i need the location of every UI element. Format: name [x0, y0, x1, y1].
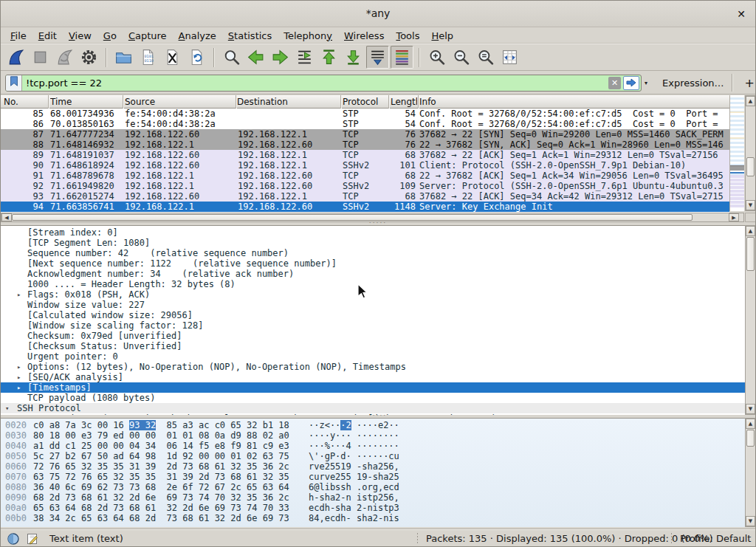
detail-line[interactable]: TCP payload (1080 bytes): [1, 393, 745, 403]
collapse-triangle-icon[interactable]: ▾: [5, 403, 9, 413]
column-header-destination[interactable]: Destination: [237, 97, 288, 107]
expand-triangle-icon[interactable]: ▸: [17, 372, 21, 382]
packet-minimap[interactable]: [729, 95, 744, 211]
detail-line[interactable]: [Checksum Status: Unverified]: [1, 341, 745, 351]
scroll-right-button[interactable]: ▶: [729, 213, 739, 221]
scroll-left-button[interactable]: ◀: [1, 213, 12, 221]
packet-row-91[interactable]: 9171.648789678192.168.122.1192.168.122.6…: [1, 171, 729, 181]
column-divider[interactable]: [123, 95, 123, 109]
hex-row-0090[interactable]: 009068 2d 73 68 61 32 2d 6e 69 73 74 70 …: [1, 492, 745, 503]
scroll-thumb[interactable]: [746, 237, 755, 271]
hex-row-0030[interactable]: 003080 18 00 e3 79 ed 00 00 01 01 08 0a …: [1, 430, 745, 441]
find-packet-button[interactable]: [220, 46, 243, 69]
hex-row-0040[interactable]: 0040a1 dd c1 25 00 00 04 34 06 14 f5 e8 …: [1, 441, 745, 451]
packet-row-93[interactable]: 9371.662015274192.168.122.60192.168.122.…: [1, 191, 729, 202]
go-back-button[interactable]: [244, 46, 267, 69]
menu-tools[interactable]: Tools: [390, 30, 425, 42]
menu-view[interactable]: View: [63, 30, 97, 42]
packet-row-88[interactable]: 8871.648146932192.168.122.1192.168.122.6…: [1, 140, 729, 150]
expand-triangle-icon[interactable]: ▸: [17, 289, 21, 300]
expert-info-icon[interactable]: [7, 532, 20, 547]
file-reload-button[interactable]: [185, 46, 208, 69]
scroll-up-button[interactable]: ▲: [746, 96, 755, 106]
close-button[interactable]: ✕: [734, 7, 749, 21]
column-header-no[interactable]: No.: [4, 97, 45, 107]
detail-line[interactable]: 1000 .... = Header Length: 32 bytes (8): [1, 279, 745, 289]
expand-triangle-icon[interactable]: ▸: [17, 382, 21, 393]
column-header-time[interactable]: Time: [50, 97, 72, 107]
packet-row-87[interactable]: 8771.647777234192.168.122.60192.168.122.…: [1, 129, 729, 140]
hex-row-0050[interactable]: 00505c 27 b2 67 50 ad 64 98 1d 92 00 00 …: [1, 451, 745, 461]
capture-stop-button[interactable]: [29, 46, 52, 69]
hex-row-0080[interactable]: 008036 40 6c 69 62 73 73 68 2e 6f 72 67 …: [1, 482, 745, 492]
detail-line[interactable]: ▸Options: (12 bytes), No-Operation (NOP)…: [1, 362, 745, 372]
hex-row-00b0[interactable]: 00b038 34 2c 65 63 64 68 2d 73 68 61 32 …: [1, 513, 745, 523]
detail-line[interactable]: Sequence number: 42 (relative sequence n…: [1, 248, 745, 258]
detail-line[interactable]: [Calculated window size: 29056]: [1, 310, 745, 320]
zoom-in-button[interactable]: [425, 46, 448, 69]
filter-history-dropdown[interactable]: ▾: [642, 80, 650, 86]
menu-help[interactable]: Help: [425, 30, 459, 42]
menu-capture[interactable]: Capture: [123, 30, 173, 42]
detail-line[interactable]: ▸Flags: 0x018 (PSH, ACK): [1, 289, 745, 300]
go-forward-button[interactable]: [269, 46, 292, 69]
zoom-out-button[interactable]: [450, 46, 472, 69]
menu-file[interactable]: File: [4, 30, 32, 42]
scroll-up-button[interactable]: ▲: [746, 419, 755, 429]
capture-restart-button[interactable]: [53, 46, 76, 69]
detail-line[interactable]: Urgent pointer: 0: [1, 351, 745, 362]
detail-line[interactable]: Acknowledgment number: 34 (relative ack …: [1, 269, 745, 279]
packet-list-vscrollbar[interactable]: ▲ ▼: [745, 95, 756, 211]
file-save-button[interactable]: 01010110: [137, 46, 159, 69]
column-divider[interactable]: [388, 95, 389, 109]
filter-bookmark-button[interactable]: [6, 75, 22, 91]
menu-telephony[interactable]: Telephony: [278, 30, 338, 42]
scroll-thumb[interactable]: [746, 157, 755, 176]
detail-line[interactable]: ▸[Timestamps]: [1, 382, 745, 393]
packet-row-92[interactable]: 9271.661949820192.168.122.1192.168.122.6…: [1, 181, 729, 191]
expand-triangle-icon[interactable]: ▸: [17, 362, 21, 372]
hex-row-0060[interactable]: 006072 76 65 32 35 35 31 39 2d 73 68 61 …: [1, 461, 745, 472]
details-vscrollbar[interactable]: ▲ ▼: [745, 225, 756, 415]
scroll-down-button[interactable]: ▼: [746, 516, 755, 526]
scroll-thumb[interactable]: [746, 430, 755, 447]
detail-line[interactable]: ▸[SEQ/ACK analysis]: [1, 372, 745, 382]
scroll-down-button[interactable]: ▼: [746, 404, 755, 414]
detail-line[interactable]: [Next sequence number: 1122 (relative se…: [1, 258, 745, 269]
go-to-packet-button[interactable]: [293, 46, 316, 69]
menu-wireless[interactable]: Wireless: [338, 30, 390, 42]
scroll-down-button[interactable]: ▼: [746, 200, 755, 210]
go-first-button[interactable]: [317, 46, 340, 69]
display-filter-input[interactable]: [22, 75, 608, 91]
column-header-length[interactable]: Length: [391, 97, 417, 107]
capture-options-button[interactable]: [78, 46, 100, 69]
scroll-thumb[interactable]: [12, 214, 693, 221]
hex-vscrollbar[interactable]: ▲ ▼: [745, 418, 756, 527]
capture-start-button[interactable]: [4, 46, 27, 69]
file-close-button[interactable]: [161, 46, 184, 69]
packet-row-90[interactable]: 9071.648618924192.168.122.60192.168.122.…: [1, 160, 729, 171]
menu-edit[interactable]: Edit: [32, 30, 63, 42]
hex-row-00a0[interactable]: 00a065 63 64 68 2d 73 68 61 32 2d 6e 69 …: [1, 503, 745, 513]
resize-columns-button[interactable]: [498, 46, 521, 69]
column-divider[interactable]: [48, 95, 49, 109]
auto-scroll-button[interactable]: [366, 46, 389, 69]
packet-row-86[interactable]: 8670.013850163fe:54:00:d4:38:2aSTP54Conf…: [1, 119, 729, 129]
detail-line[interactable]: [Window size scaling factor: 128]: [1, 320, 745, 331]
colorize-button[interactable]: [391, 46, 413, 69]
packet-row-94[interactable]: 9471.663856741192.168.122.1192.168.122.6…: [1, 202, 729, 212]
hex-row-0070[interactable]: 007063 75 72 76 65 32 35 35 31 39 2d 73 …: [1, 472, 745, 482]
menu-statistics[interactable]: Statistics: [222, 30, 278, 42]
add-filter-button[interactable]: +: [740, 76, 756, 90]
go-last-button[interactable]: [342, 46, 365, 69]
packet-row-85[interactable]: 8568.001734936fe:54:00:d4:38:2aSTP54Conf…: [1, 109, 729, 119]
menu-go[interactable]: Go: [97, 30, 123, 42]
zoom-100-button[interactable]: [474, 46, 497, 69]
profile-label[interactable]: Profile: Default: [680, 533, 751, 544]
capture-comment-icon[interactable]: [26, 532, 39, 547]
detail-line[interactable]: [Stream index: 0]: [1, 227, 745, 238]
column-header-source[interactable]: Source: [125, 97, 155, 107]
filter-apply-button[interactable]: [623, 76, 639, 90]
column-divider[interactable]: [340, 95, 341, 109]
detail-line[interactable]: [TCP Segment Len: 1080]: [1, 238, 745, 248]
